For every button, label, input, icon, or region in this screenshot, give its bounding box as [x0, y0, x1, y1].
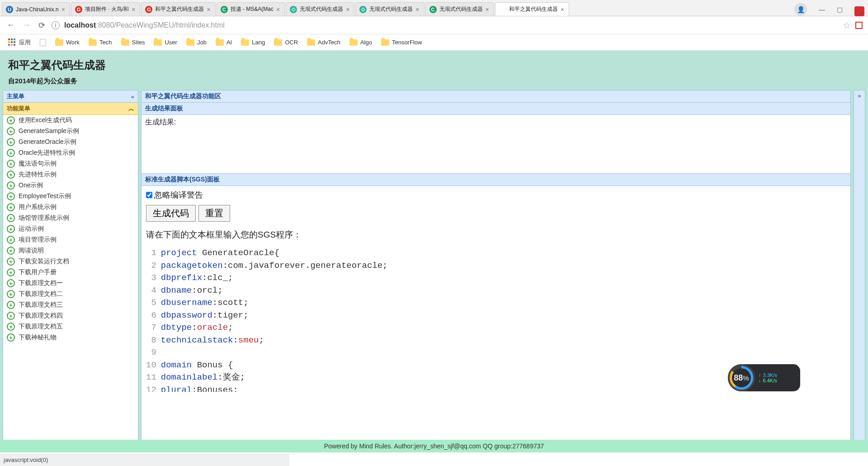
plus-icon: +: [7, 192, 15, 200]
collapse-up-icon[interactable]: ︽: [128, 105, 134, 113]
browser-tab[interactable]: UJava-ChinaUnix.n×: [2, 2, 70, 16]
result-label: 生成结果:: [145, 118, 176, 126]
sidebar-item[interactable]: +下载原理文档一: [3, 278, 138, 289]
network-widget[interactable]: 88% ↑ 3.3K/s ↓ 6.4K/s: [728, 364, 800, 391]
bookmark-star-icon[interactable]: ☆: [843, 20, 851, 31]
url-host: localhost: [64, 21, 96, 29]
tab-close-icon[interactable]: ×: [132, 6, 135, 13]
tab-close-icon[interactable]: ×: [276, 6, 280, 13]
button-row: 生成代码 重置: [146, 205, 846, 222]
bookmark-folder[interactable]: User: [151, 38, 179, 47]
sidebar-item-label: 下载用户手册: [19, 268, 57, 276]
minimize-icon[interactable]: —: [819, 6, 825, 13]
adblock-icon[interactable]: [854, 6, 864, 16]
code-source[interactable]: project GenerateOracle{packagetoken:com.…: [161, 247, 388, 392]
plus-icon: +: [7, 225, 15, 233]
apps-label: 应用: [19, 38, 31, 47]
sidebar-item-label: GenerateSample示例: [19, 127, 79, 135]
bookmark-label: Lang: [252, 39, 265, 46]
tab-close-icon[interactable]: ×: [207, 6, 210, 13]
bookmark-folder[interactable]: Algo: [347, 38, 375, 47]
sidebar-item[interactable]: +下载用户手册: [3, 267, 138, 278]
sidebar-item[interactable]: +使用Excel生成代码: [3, 115, 138, 126]
sidebar-item[interactable]: +先进特性示例: [3, 169, 138, 180]
sidebar-item-label: 魔法语句示例: [19, 160, 57, 168]
sidebar-item[interactable]: +用户系统示例: [3, 202, 138, 213]
sidebar-item[interactable]: +Oracle先进特性示例: [3, 147, 138, 158]
bookmark-label: OCR: [285, 39, 298, 46]
plus-icon: +: [7, 312, 15, 320]
bookmark-folder[interactable]: OCR: [271, 38, 301, 47]
sidebar-item[interactable]: +EmployeeTest示例: [3, 191, 138, 202]
apps-button[interactable]: 应用: [5, 38, 33, 48]
folder-icon: [241, 39, 249, 46]
sidebar-item-label: 使用Excel生成代码: [19, 116, 72, 124]
plus-icon: +: [7, 268, 15, 276]
main-panel: 和平之翼代码生成器功能区 生成结果面板 生成结果: 标准生成器脚本(SGS)面板…: [141, 90, 851, 445]
sidebar-item-label: 场馆管理系统示例: [19, 214, 69, 222]
bookmark-folder[interactable]: Job: [184, 38, 209, 47]
browser-tab[interactable]: ◇无垠式代码生成器×: [286, 2, 354, 16]
tab-close-icon[interactable]: ×: [561, 6, 564, 13]
bookmark-folder[interactable]: TensorFlow: [378, 38, 425, 47]
sidebar-item[interactable]: +下载原理文档二: [3, 289, 138, 300]
browser-tab[interactable]: ◇无垠式代码生成器×: [355, 2, 424, 16]
collapse-left-icon[interactable]: «: [131, 93, 134, 100]
tab-close-icon[interactable]: ×: [61, 6, 65, 13]
download-rate: ↓ 6.4K/s: [759, 378, 777, 383]
tab-close-icon[interactable]: ×: [346, 6, 349, 13]
sidebar-item[interactable]: +One示例: [3, 180, 138, 191]
url-field[interactable]: localhost:8080/PeaceWingSMEU/html/index.…: [64, 21, 838, 29]
back-icon[interactable]: ←: [5, 20, 16, 30]
bookmark-page[interactable]: [37, 38, 49, 47]
reload-icon[interactable]: ⟳: [36, 20, 47, 30]
sidebar-item-label: 下载原理文档三: [19, 301, 63, 309]
sidebar-item[interactable]: +GenerateOracle示例: [3, 137, 138, 147]
maximize-icon[interactable]: ▢: [837, 6, 843, 13]
sidebar-item[interactable]: +下载原理文档五: [3, 321, 138, 332]
plus-icon: +: [7, 116, 15, 124]
generate-button[interactable]: 生成代码: [146, 205, 196, 222]
sidebar-item[interactable]: +运动示例: [3, 223, 138, 234]
sidebar-item[interactable]: +下载原理文档三: [3, 300, 138, 310]
sidebar-item-label: GenerateOracle示例: [19, 138, 76, 146]
user-avatar-icon[interactable]: 👤: [794, 3, 807, 16]
function-menu-label: 功能菜单: [7, 105, 30, 113]
browser-tab[interactable]: G和平之翼代码生成器×: [141, 2, 215, 16]
browser-tab[interactable]: C投递 - MS&A(Mac×: [217, 2, 285, 16]
reset-button[interactable]: 重置: [198, 205, 230, 222]
ignore-warnings-label[interactable]: 忽略编译警告: [146, 190, 846, 200]
bookmark-folder[interactable]: Lang: [238, 38, 268, 47]
bookmark-folder[interactable]: Tech: [86, 38, 114, 47]
tab-close-icon[interactable]: ×: [486, 6, 489, 13]
sidebar-item[interactable]: +阅读说明: [3, 245, 138, 256]
extension-icon[interactable]: [855, 22, 863, 29]
ignore-warnings-checkbox[interactable]: [146, 192, 152, 198]
sidebar-item[interactable]: +下载原理文档四: [3, 310, 138, 321]
sidebar-item-label: EmployeeTest示例: [19, 192, 71, 200]
tab-label: Java-ChinaUnix.n: [16, 6, 59, 13]
sidebar-item[interactable]: +项目管理示例: [3, 234, 138, 245]
bookmark-folder[interactable]: AdvTech: [304, 38, 343, 47]
browser-tab[interactable]: C无垠式代码生成器×: [425, 2, 494, 16]
sidebar-item[interactable]: +魔法语句示例: [3, 158, 138, 169]
sidebar-item[interactable]: +下载神秘礼物: [3, 332, 138, 343]
function-menu-title[interactable]: 功能菜单 ︽: [3, 103, 138, 115]
info-icon[interactable]: i: [52, 21, 60, 29]
sidebar-item[interactable]: +下载安装运行文档: [3, 256, 138, 267]
layout: 主菜单 « 功能菜单 ︽ +使用Excel生成代码+GenerateSample…: [0, 90, 868, 445]
tab-label: 和平之翼代码生成器: [509, 5, 558, 13]
tab-label: 无垠式代码生成器: [369, 5, 413, 13]
forward-icon[interactable]: →: [21, 20, 32, 30]
tab-close-icon[interactable]: ×: [415, 6, 419, 13]
bookmark-folder[interactable]: AI: [213, 38, 235, 47]
browser-tab[interactable]: G项目附件 · 火鸟/和×: [71, 2, 141, 16]
bookmark-label: Work: [66, 39, 80, 46]
sidebar-item[interactable]: +场馆管理系统示例: [3, 213, 138, 223]
sidebar-item[interactable]: +GenerateSample示例: [3, 126, 138, 137]
browser-tab[interactable]: 和平之翼代码生成器×: [495, 2, 569, 16]
bookmark-folder[interactable]: Work: [52, 38, 82, 47]
bookmark-folder[interactable]: Sites: [118, 38, 148, 47]
right-collapse[interactable]: »: [854, 90, 865, 445]
ignore-warnings-text: 忽略编译警告: [154, 190, 203, 200]
